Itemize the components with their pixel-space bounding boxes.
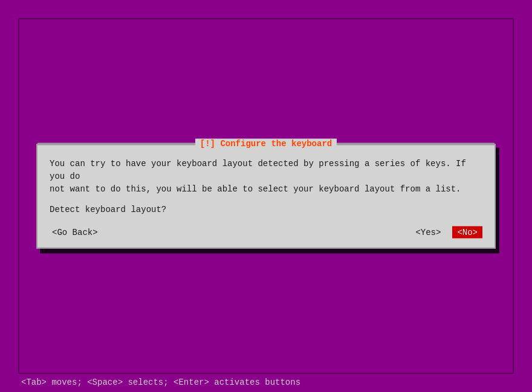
dialog-title-bar: [!] Configure the keyboard — [37, 138, 495, 148]
status-bar: <Tab> moves; <Space> selects; <Enter> ac… — [0, 373, 532, 392]
right-buttons: <Yes> <No> — [413, 226, 482, 238]
title-line-right — [337, 143, 495, 144]
title-line-left — [37, 143, 195, 144]
description-line1: You can try to have your keyboard layout… — [50, 157, 482, 182]
dialog-title: [!] Configure the keyboard — [195, 138, 337, 148]
no-button[interactable]: <No> — [452, 226, 482, 238]
go-back-button[interactable]: <Go Back> — [50, 226, 100, 238]
dialog-wrapper: [!] Configure the keyboard You can try t… — [36, 144, 496, 248]
dialog-box: [!] Configure the keyboard You can try t… — [36, 144, 496, 248]
dialog-content: You can try to have your keyboard layout… — [37, 145, 495, 247]
button-row: <Go Back> <Yes> <No> — [50, 226, 482, 238]
description-line2: not want to do this, you will be able to… — [50, 182, 482, 195]
detect-question: Detect keyboard layout? — [50, 204, 482, 214]
description-text: You can try to have your keyboard layout… — [50, 157, 482, 195]
yes-button[interactable]: <Yes> — [413, 226, 443, 238]
